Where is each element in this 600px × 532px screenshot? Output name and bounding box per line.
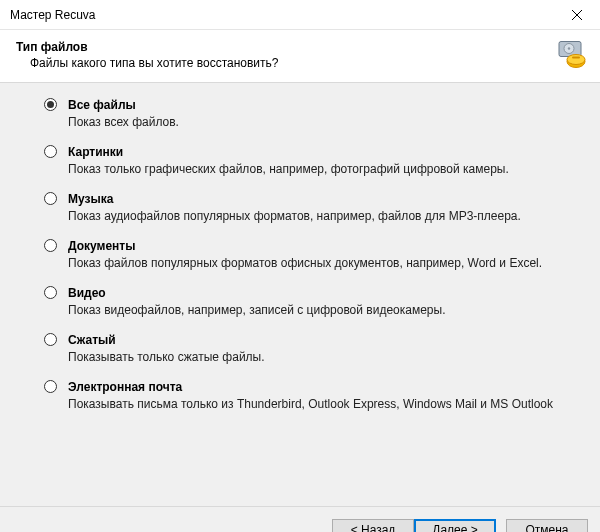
cancel-button[interactable]: Отмена: [506, 519, 588, 533]
option-all-files[interactable]: Все файлы Показ всех файлов.: [44, 97, 570, 130]
radio-documents[interactable]: [44, 239, 57, 252]
option-desc: Показ всех файлов.: [68, 115, 570, 130]
option-desc: Показывать только сжатые файлы.: [68, 350, 570, 365]
next-button[interactable]: Далее >: [414, 519, 496, 533]
svg-rect-7: [572, 57, 580, 59]
option-desc: Показ файлов популярных форматов офисных…: [68, 256, 570, 271]
close-button[interactable]: [554, 0, 600, 30]
radio-compressed[interactable]: [44, 333, 57, 346]
close-icon: [572, 10, 582, 20]
option-label: Музыка: [68, 191, 570, 207]
option-label: Картинки: [68, 144, 570, 160]
option-email[interactable]: Электронная почта Показывать письма толь…: [44, 379, 570, 412]
window-title: Мастер Recuva: [10, 8, 96, 22]
option-desc: Показывать письма только из Thunderbird,…: [68, 397, 570, 412]
option-label: Видео: [68, 285, 570, 301]
titlebar: Мастер Recuva: [0, 0, 600, 30]
wizard-footer: < Назад Далее > Отмена: [0, 507, 600, 532]
option-music[interactable]: Музыка Показ аудиофайлов популярных форм…: [44, 191, 570, 224]
option-label: Электронная почта: [68, 379, 570, 395]
option-video[interactable]: Видео Показ видеофайлов, например, запис…: [44, 285, 570, 318]
svg-point-4: [568, 47, 570, 49]
hdd-icon: [556, 40, 586, 73]
radio-email[interactable]: [44, 380, 57, 393]
option-documents[interactable]: Документы Показ файлов популярных формат…: [44, 238, 570, 271]
option-pictures[interactable]: Картинки Показ только графических файлов…: [44, 144, 570, 177]
option-desc: Показ видеофайлов, например, записей с ц…: [68, 303, 570, 318]
wizard-header: Тип файлов Файлы какого типа вы хотите в…: [0, 30, 600, 83]
option-label: Все файлы: [68, 97, 570, 113]
header-subtitle: Файлы какого типа вы хотите восстановить…: [30, 56, 584, 70]
header-title: Тип файлов: [16, 40, 584, 54]
back-button[interactable]: < Назад: [332, 519, 414, 533]
radio-all-files[interactable]: [44, 98, 57, 111]
option-desc: Показ аудиофайлов популярных форматов, н…: [68, 209, 570, 224]
option-label: Документы: [68, 238, 570, 254]
option-compressed[interactable]: Сжатый Показывать только сжатые файлы.: [44, 332, 570, 365]
radio-music[interactable]: [44, 192, 57, 205]
option-label: Сжатый: [68, 332, 570, 348]
radio-video[interactable]: [44, 286, 57, 299]
radio-pictures[interactable]: [44, 145, 57, 158]
svg-point-6: [567, 55, 585, 65]
options-panel: Все файлы Показ всех файлов. Картинки По…: [0, 83, 600, 507]
option-desc: Показ только графических файлов, наприме…: [68, 162, 570, 177]
